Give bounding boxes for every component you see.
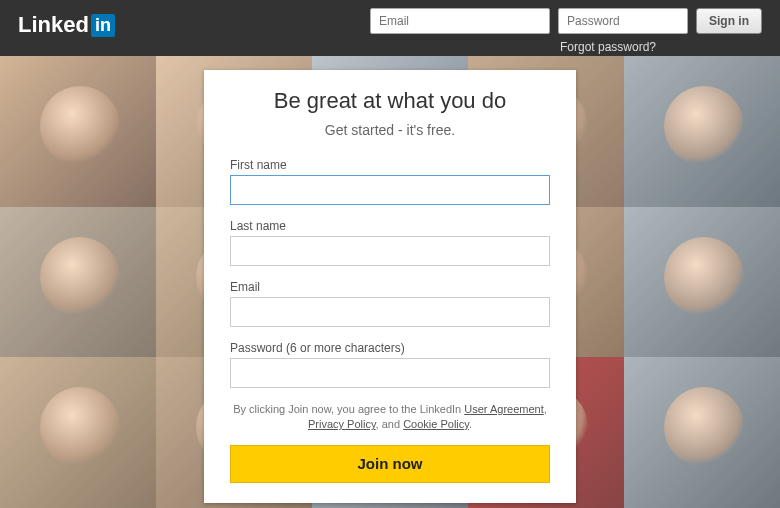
linkedin-logo: Linked in [18,12,115,38]
terms-text: By clicking Join now, you agree to the L… [230,402,550,433]
signup-card: Be great at what you do Get started - it… [204,70,576,503]
signup-email-input[interactable] [230,297,550,327]
email-label: Email [230,280,550,294]
privacy-policy-link[interactable]: Privacy Policy [308,418,376,430]
user-agreement-link[interactable]: User Agreement [464,403,543,415]
last-name-input[interactable] [230,236,550,266]
signup-title: Be great at what you do [230,88,550,114]
topbar-email-input[interactable] [370,8,550,34]
logo-badge: in [91,14,115,37]
forgot-password-link[interactable]: Forgot password? [560,40,656,54]
cookie-policy-link[interactable]: Cookie Policy [403,418,469,430]
topbar-right: Sign in Forgot password? [370,8,762,54]
last-name-label: Last name [230,219,550,233]
logo-text: Linked [18,12,89,38]
topbar-password-input[interactable] [558,8,688,34]
signup-subtitle: Get started - it's free. [230,122,550,138]
password-label: Password (6 or more characters) [230,341,550,355]
signin-button[interactable]: Sign in [696,8,762,34]
first-name-label: First name [230,158,550,172]
first-name-input[interactable] [230,175,550,205]
join-now-button[interactable]: Join now [230,445,550,483]
signup-password-input[interactable] [230,358,550,388]
topbar: Linked in Sign in Forgot password? [0,0,780,56]
